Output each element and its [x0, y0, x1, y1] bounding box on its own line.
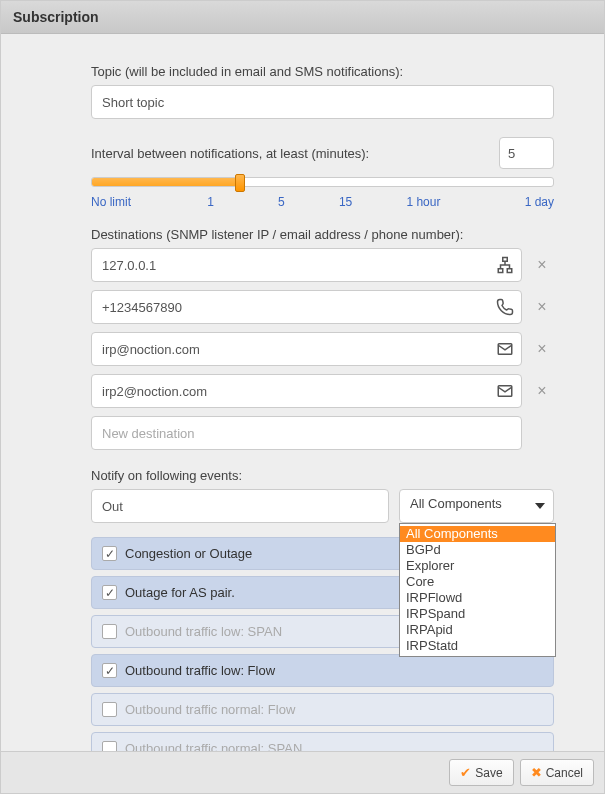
destination-input[interactable]: [91, 290, 522, 324]
destination-row: ×: [91, 290, 554, 324]
interval-label: Interval between notifications, at least…: [91, 146, 369, 161]
cancel-button-label: Cancel: [546, 766, 583, 780]
close-icon: ✖: [531, 765, 542, 780]
dropdown-option[interactable]: IRPSpand: [400, 606, 555, 622]
slider-tick[interactable]: 15: [339, 195, 352, 209]
destinations-group: Destinations (SNMP listener IP / email a…: [91, 227, 554, 450]
topic-label: Topic (will be included in email and SMS…: [91, 64, 554, 79]
dropdown-option[interactable]: Core: [400, 574, 555, 590]
cancel-button[interactable]: ✖ Cancel: [520, 759, 594, 786]
destination-row: ×: [91, 248, 554, 282]
slider-track: [91, 177, 554, 187]
interval-slider[interactable]: [91, 177, 554, 187]
slider-tick[interactable]: 1: [207, 195, 214, 209]
event-row[interactable]: Outbound traffic normal: Flow: [91, 693, 554, 726]
destinations-label: Destinations (SNMP listener IP / email a…: [91, 227, 554, 242]
event-checkbox[interactable]: [102, 624, 117, 639]
subscription-dialog: Subscription Topic (will be included in …: [0, 0, 605, 794]
remove-destination-button[interactable]: ×: [530, 382, 554, 400]
events-filter-row: All Components All ComponentsBGPdExplore…: [91, 489, 554, 523]
event-label: Congestion or Outage: [125, 546, 252, 561]
events-group: Notify on following events: All Componen…: [91, 468, 554, 765]
dropdown-option[interactable]: Explorer: [400, 558, 555, 574]
dropdown-option[interactable]: All Components: [400, 526, 555, 542]
title-bar: Subscription: [1, 1, 604, 34]
slider-tick[interactable]: 1 hour: [406, 195, 440, 209]
topic-field-group: Topic (will be included in email and SMS…: [91, 64, 554, 119]
check-icon: ✔: [460, 765, 471, 780]
dropdown-option[interactable]: IRPStatd: [400, 638, 555, 654]
event-label: Outbound traffic normal: Flow: [125, 702, 295, 717]
save-button-label: Save: [475, 766, 502, 780]
mail-icon: [496, 382, 514, 400]
dropdown-selected-label: All Components: [410, 496, 502, 511]
chevron-down-icon: [535, 503, 545, 509]
event-checkbox[interactable]: [102, 546, 117, 561]
destination-input[interactable]: [91, 248, 522, 282]
event-checkbox[interactable]: [102, 663, 117, 678]
remove-destination-button[interactable]: ×: [530, 340, 554, 358]
remove-destination-button[interactable]: ×: [530, 298, 554, 316]
destination-input[interactable]: [91, 374, 522, 408]
events-label: Notify on following events:: [91, 468, 554, 483]
dialog-content: Topic (will be included in email and SMS…: [1, 34, 604, 793]
dialog-footer: ✔ Save ✖ Cancel: [1, 751, 604, 793]
dropdown-option[interactable]: IRPApid: [400, 622, 555, 638]
event-checkbox[interactable]: [102, 585, 117, 600]
slider-tick[interactable]: No limit: [91, 195, 131, 209]
event-row[interactable]: Outbound traffic low: Flow: [91, 654, 554, 687]
dropdown-option[interactable]: IRPFlowd: [400, 590, 555, 606]
event-checkbox[interactable]: [102, 702, 117, 717]
svg-rect-1: [498, 269, 503, 273]
dropdown-option[interactable]: BGPd: [400, 542, 555, 558]
svg-rect-2: [507, 269, 512, 273]
topic-input[interactable]: [91, 85, 554, 119]
event-label: Outbound traffic low: Flow: [125, 663, 275, 678]
new-destination-row: [91, 416, 554, 450]
events-filter-input[interactable]: [91, 489, 389, 523]
remove-destination-button[interactable]: ×: [530, 256, 554, 274]
slider-ticks: No limit 1 5 15 1 hour 1 day: [91, 195, 554, 209]
save-button[interactable]: ✔ Save: [449, 759, 513, 786]
destination-row: ×: [91, 374, 554, 408]
event-label: Outage for AS pair.: [125, 585, 235, 600]
network-icon: [496, 256, 514, 274]
new-destination-input[interactable]: [91, 416, 522, 450]
destination-row: ×: [91, 332, 554, 366]
slider-tick[interactable]: 5: [278, 195, 285, 209]
component-dropdown[interactable]: All Components All ComponentsBGPdExplore…: [399, 489, 554, 523]
dialog-title: Subscription: [13, 9, 99, 25]
slider-handle[interactable]: [235, 174, 245, 192]
slider-tick[interactable]: 1 day: [525, 195, 554, 209]
event-label: Outbound traffic low: SPAN: [125, 624, 282, 639]
dropdown-popup: All ComponentsBGPdExplorerCoreIRPFlowdIR…: [399, 523, 556, 657]
interval-input[interactable]: [499, 137, 554, 169]
mail-icon: [496, 340, 514, 358]
phone-icon: [496, 298, 514, 316]
destination-input[interactable]: [91, 332, 522, 366]
interval-field-group: Interval between notifications, at least…: [91, 137, 554, 209]
slider-fill: [92, 178, 240, 186]
svg-rect-0: [503, 258, 508, 262]
